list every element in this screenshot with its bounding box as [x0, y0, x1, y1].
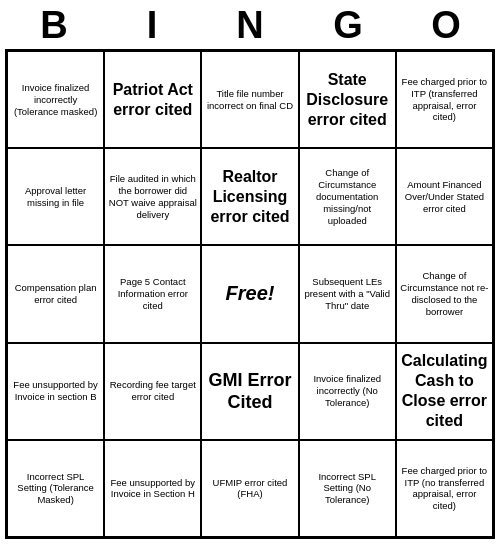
- bingo-cell-23: Incorrect SPL Setting (No Tolerance): [299, 440, 396, 537]
- bingo-cell-0: Invoice finalized incorrectly (Tolerance…: [7, 51, 104, 148]
- bingo-cell-6: File audited in which the borrower did N…: [104, 148, 201, 245]
- bingo-cell-3: State Disclosure error cited: [299, 51, 396, 148]
- bingo-cell-12: Free!: [201, 245, 298, 342]
- bingo-letter-G: G: [303, 4, 393, 47]
- bingo-cell-14: Change of Circumstance not re-disclosed …: [396, 245, 493, 342]
- bingo-letter-B: B: [9, 4, 99, 47]
- bingo-cell-15: Fee unsupported by Invoice in section B: [7, 343, 104, 440]
- bingo-cell-17: GMI Error Cited: [201, 343, 298, 440]
- bingo-cell-24: Fee charged prior to ITP (no transferred…: [396, 440, 493, 537]
- bingo-cell-9: Amount Financed Over/Under Stated error …: [396, 148, 493, 245]
- bingo-cell-18: Invoice finalized incorrectly (No Tolera…: [299, 343, 396, 440]
- bingo-cell-1: Patriot Act error cited: [104, 51, 201, 148]
- bingo-cell-8: Change of Circumstance documentation mis…: [299, 148, 396, 245]
- bingo-letter-I: I: [107, 4, 197, 47]
- bingo-cell-5: Approval letter missing in file: [7, 148, 104, 245]
- bingo-cell-7: Realtor Licensing error cited: [201, 148, 298, 245]
- bingo-cell-20: Incorrect SPL Setting (Tolerance Masked): [7, 440, 104, 537]
- bingo-cell-2: Title file number incorrect on final CD: [201, 51, 298, 148]
- bingo-letter-O: O: [401, 4, 491, 47]
- bingo-cell-19: Calculating Cash to Close error cited: [396, 343, 493, 440]
- bingo-cell-10: Compensation plan error cited: [7, 245, 104, 342]
- bingo-board: Invoice finalized incorrectly (Tolerance…: [5, 49, 495, 539]
- bingo-cell-13: Subsequent LEs present with a "Valid Thr…: [299, 245, 396, 342]
- bingo-cell-21: Fee unsupported by Invoice in Section H: [104, 440, 201, 537]
- bingo-cell-4: Fee charged prior to ITP (transferred ap…: [396, 51, 493, 148]
- bingo-header: BINGO: [5, 0, 495, 49]
- bingo-cell-11: Page 5 Contact Information error cited: [104, 245, 201, 342]
- bingo-cell-16: Recording fee target error cited: [104, 343, 201, 440]
- bingo-letter-N: N: [205, 4, 295, 47]
- bingo-cell-22: UFMIP error cited (FHA): [201, 440, 298, 537]
